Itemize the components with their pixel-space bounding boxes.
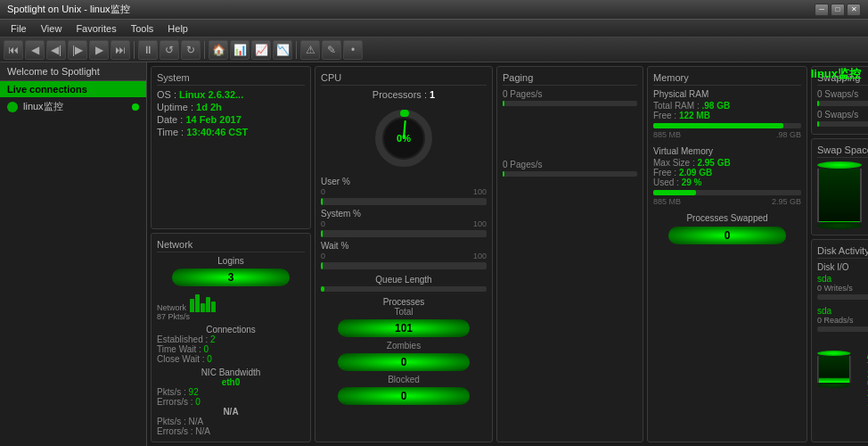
- network-errors2-label: Errors/s :: [157, 426, 193, 436]
- net-bar-5: [211, 301, 216, 313]
- memory-totalram-label: Total RAM :: [653, 101, 700, 111]
- memory-phys-fill: [653, 123, 783, 128]
- toolbar-chart3[interactable]: 📉: [273, 40, 292, 60]
- net-bar-2: [195, 294, 200, 312]
- memory-vmused-value: 29 %: [682, 178, 702, 187]
- network-bar-chart: [190, 290, 216, 312]
- cpu-gauge: 0%: [373, 107, 435, 169]
- least-cyl-bottom: [817, 383, 851, 388]
- memory-vmbar-right: 2.95 GB: [772, 197, 801, 206]
- menu-favorites[interactable]: Favorites: [69, 23, 123, 34]
- cpu-bar1-max: 100: [473, 187, 487, 196]
- cpu-total-label: Total: [321, 307, 487, 317]
- system-time-row: Time : 13:40:46 CST: [157, 127, 305, 137]
- swapping-fill2: [817, 121, 819, 127]
- maximize-button[interactable]: □: [831, 4, 845, 16]
- net-bar-1: [190, 299, 194, 312]
- menu-file[interactable]: File: [4, 23, 34, 34]
- toolbar-chart2[interactable]: 📈: [251, 40, 271, 60]
- toolbar-ffwd[interactable]: ⏭: [111, 40, 130, 60]
- network-errors1-label: Errors/s :: [157, 397, 193, 407]
- connection-icon: [7, 102, 18, 112]
- network-timewait-row: Time Wait : 0: [157, 344, 305, 354]
- disk-io-label: Disk I/O: [817, 262, 868, 272]
- toolbar-forward[interactable]: ▶: [89, 40, 109, 60]
- menu-view[interactable]: View: [34, 23, 70, 34]
- network-pkts2-row: Pkts/s : N/A: [157, 417, 305, 426]
- memory-vmfree-label: Free :: [653, 168, 676, 178]
- paging-pages1: 0 Pages/s: [503, 89, 637, 99]
- network-established-label: Established :: [157, 334, 208, 344]
- cpu-bar2-max: 100: [473, 219, 487, 228]
- cpu-system-pct-label: System %: [321, 209, 487, 219]
- paging-bar1: [503, 101, 637, 106]
- network-errors1-value: 0: [195, 397, 201, 407]
- cpu-panel: CPU Processors : 1 0%: [315, 66, 493, 442]
- network-eth0-label: eth0: [157, 377, 305, 387]
- swapping-fill1: [817, 101, 819, 106]
- memory-maxsize-value: 2.95 GB: [697, 158, 730, 168]
- swapping-out: 0 Swaps/s: [817, 110, 868, 120]
- disk-reads-label: 0 Reads/s: [817, 316, 868, 325]
- toolbar: ⏮ ◀ ◀| |▶ ▶ ⏭ ⏸ ↺ ↻ 🏠 📊 📈 📉 ⚠ ✎ •: [0, 37, 868, 62]
- toolbar-refresh[interactable]: ↺: [160, 40, 179, 60]
- paging-bar2: [503, 171, 637, 177]
- toolbar-back[interactable]: ◀: [25, 40, 45, 60]
- cpu-queue-label: Queue Length: [321, 275, 487, 285]
- memory-phys-bar: [653, 123, 801, 128]
- toolbar-prev[interactable]: ◀|: [46, 40, 66, 60]
- toolbar-pause[interactable]: ⏸: [138, 40, 158, 60]
- cpu-bar3-min: 0: [321, 252, 325, 260]
- sidebar-welcome: Welcome to Spotlight: [0, 62, 146, 81]
- paging-panel: Paging 0 Pages/s 0 Pages/s: [496, 66, 643, 442]
- memory-virt-fill: [653, 190, 696, 195]
- swap-space-content: Total 1.97 GB Used .00 KB .00 %: [817, 161, 868, 229]
- toolbar-chart1[interactable]: 📊: [230, 40, 250, 60]
- network-timewait-value: 0: [204, 344, 209, 354]
- memory-virt-bar: [653, 190, 801, 195]
- toolbar-edit[interactable]: ✎: [322, 40, 341, 60]
- disk-writes-label: 0 Writes/s: [817, 284, 868, 293]
- sidebar-item-connection[interactable]: linux监控: [0, 97, 146, 116]
- disk-least-space-label: Least Space: [817, 339, 868, 349]
- memory-totalram-row: Total RAM : .98 GB: [653, 101, 801, 111]
- disk-sda1-label: sda: [817, 274, 831, 284]
- toolbar-extra[interactable]: •: [343, 40, 363, 60]
- content-area: linux监控 System OS : Linux 2.6.32... Upti…: [147, 62, 868, 446]
- disk-read-bar: [817, 326, 868, 332]
- network-na-label: N/A: [157, 407, 305, 417]
- cpu-bar3-max: 100: [473, 252, 487, 260]
- network-pkts-rate: 87 Pkts/s: [157, 312, 305, 321]
- cpu-gauge-container: 0%: [321, 107, 487, 169]
- menu-tools[interactable]: Tools: [124, 23, 161, 34]
- cpu-zombies-value: 0: [338, 353, 471, 371]
- system-uptime-row: Uptime : 1d 2h: [157, 102, 305, 112]
- minimize-button[interactable]: ─: [815, 4, 829, 16]
- disk-sda1-row: sda: [817, 274, 868, 284]
- cpu-blocked-label: Blocked: [321, 375, 487, 384]
- network-pkts1-row: Pkts/s : 92: [157, 387, 305, 397]
- network-pkts2-value: N/A: [189, 417, 204, 426]
- connection-status-indicator: [132, 103, 139, 111]
- toolbar-home[interactable]: 🏠: [209, 40, 228, 60]
- toolbar-rewind[interactable]: ⏮: [4, 40, 23, 60]
- cpu-title: CPU: [321, 72, 487, 86]
- network-pkts1-value: 92: [189, 387, 199, 397]
- close-button[interactable]: ✕: [847, 4, 861, 16]
- memory-free-row: Free : 122 MB: [653, 111, 801, 120]
- system-uptime-value: 1d 2h: [196, 102, 222, 112]
- network-title: Network: [157, 239, 305, 252]
- main-layout: Welcome to Spotlight Live connections li…: [0, 62, 868, 446]
- network-closewait-value: 0: [207, 354, 212, 364]
- cpu-wait-bar: [321, 262, 487, 269]
- sidebar-live-connections: Live connections: [0, 81, 146, 97]
- menu-help[interactable]: Help: [160, 23, 195, 34]
- toolbar-next[interactable]: |▶: [68, 40, 87, 60]
- system-date-value: 14 Feb 2017: [185, 114, 241, 125]
- system-panel: System OS : Linux 2.6.32... Uptime : 1d …: [151, 66, 311, 229]
- toolbar-warn[interactable]: ⚠: [300, 40, 320, 60]
- right-column: Swapping 0 Swaps/s 0 Swaps/s Swap Space: [811, 66, 868, 442]
- memory-title: Memory: [653, 72, 801, 86]
- toolbar-redo[interactable]: ↻: [181, 40, 201, 60]
- swapping-bar1: [817, 101, 868, 106]
